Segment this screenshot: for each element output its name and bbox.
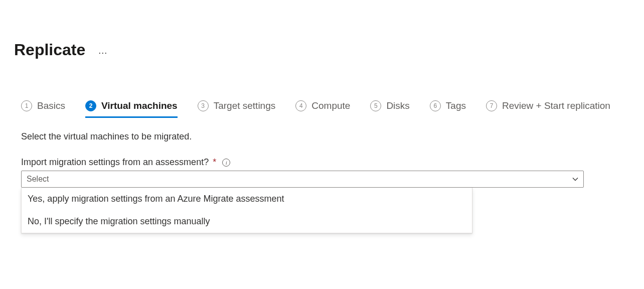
tab-label: Compute: [311, 100, 350, 111]
required-mark: *: [213, 157, 216, 168]
tab-label: Review + Start replication: [502, 100, 610, 111]
import-assessment-label: Import migration settings from an assess…: [21, 157, 209, 168]
wizard-tabs: 1 Basics 2 Virtual machines 3 Target set…: [14, 100, 630, 116]
tab-tags[interactable]: 6 Tags: [430, 100, 466, 118]
step-number-badge: 4: [295, 100, 306, 111]
option-no-specify-manually[interactable]: No, I'll specify the migration settings …: [22, 210, 472, 233]
step-number-badge: 1: [21, 100, 32, 111]
page-title: Replicate: [14, 40, 85, 59]
import-assessment-select[interactable]: Select: [21, 171, 584, 188]
tab-target-settings[interactable]: 3 Target settings: [198, 100, 276, 118]
step-number-badge: 5: [370, 100, 381, 111]
tab-label: Tags: [446, 100, 466, 111]
tab-label: Disks: [386, 100, 409, 111]
chevron-down-icon: [572, 176, 578, 182]
tab-label: Target settings: [214, 100, 276, 111]
tab-disks[interactable]: 5 Disks: [370, 100, 409, 118]
select-placeholder: Select: [27, 175, 49, 184]
import-assessment-dropdown-wrap: Select Yes, apply migration settings fro…: [21, 171, 584, 188]
step-number-badge: 2: [85, 100, 96, 111]
tab-review-start-replication[interactable]: 7 Review + Start replication: [486, 100, 610, 118]
info-icon[interactable]: i: [222, 159, 230, 167]
more-actions-icon[interactable]: ···: [98, 48, 107, 58]
tab-label: Basics: [37, 100, 65, 111]
step-number-badge: 6: [430, 100, 441, 111]
field-label-row: Import migration settings from an assess…: [21, 157, 630, 168]
tab-basics[interactable]: 1 Basics: [21, 100, 65, 118]
tab-label: Virtual machines: [101, 100, 178, 111]
tab-content: Select the virtual machines to be migrat…: [14, 131, 630, 188]
instruction-text: Select the virtual machines to be migrat…: [21, 131, 630, 142]
step-number-badge: 7: [486, 100, 497, 111]
step-number-badge: 3: [198, 100, 209, 111]
tab-compute[interactable]: 4 Compute: [295, 100, 350, 118]
option-yes-apply-assessment[interactable]: Yes, apply migration settings from an Az…: [22, 188, 472, 210]
title-row: Replicate ···: [14, 40, 630, 59]
tab-virtual-machines[interactable]: 2 Virtual machines: [85, 100, 178, 118]
import-assessment-options: Yes, apply migration settings from an Az…: [21, 188, 472, 233]
